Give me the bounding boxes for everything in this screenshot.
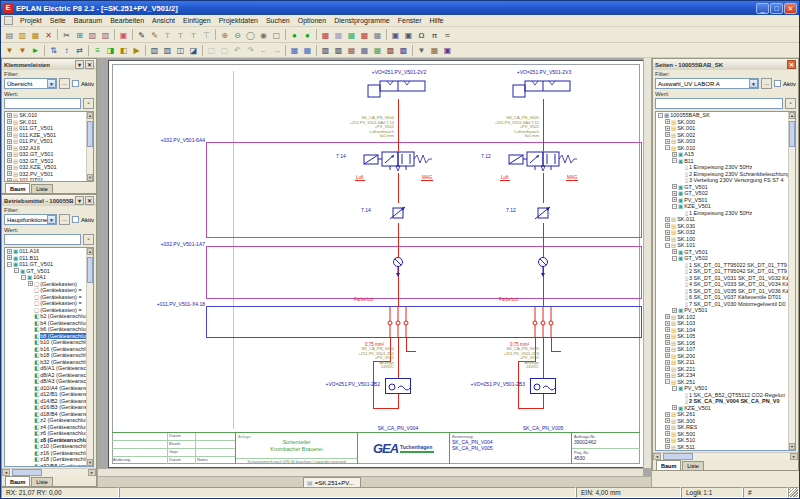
valve-symbol-5-2[interactable] (361, 151, 435, 173)
menu-bauraum[interactable]: Bauraum (70, 17, 106, 24)
expander-icon[interactable]: − (7, 262, 12, 267)
expander-icon[interactable]: + (665, 334, 670, 339)
expander-icon[interactable]: + (665, 366, 670, 371)
paste-icon[interactable]: ▨ (86, 29, 99, 41)
tree-item[interactable]: +▤SK.511 (656, 444, 795, 451)
close-icon[interactable]: ✕ (787, 60, 796, 69)
online-icon[interactable]: ● (288, 29, 301, 41)
macro-icon[interactable]: ▩ (319, 44, 332, 56)
schematic-sheet[interactable]: +VO=251.PV_V501-2V2 +VO=251.PV_V501-2V3 (108, 60, 644, 468)
wert-input[interactable] (4, 234, 81, 245)
chevron-down-icon[interactable]: ▼ (47, 79, 56, 88)
expander-icon[interactable]: + (665, 360, 670, 365)
indicator-lamp-symbol[interactable] (391, 256, 405, 280)
device-icon[interactable]: ▧ (148, 44, 161, 56)
cut-icon[interactable]: ✂ (60, 29, 73, 41)
vertical-scrollbar[interactable]: ▲▼ (788, 112, 795, 450)
regulator-symbol[interactable] (389, 203, 407, 223)
menu-hilfe[interactable]: Hilfe (426, 17, 448, 24)
filter-select[interactable]: Auswahl_UV LABOR A▼ (655, 78, 759, 89)
project-management-icon[interactable]: ▦ (29, 29, 42, 41)
expander-icon[interactable]: + (7, 139, 12, 144)
graphic-icon[interactable]: ✎ (148, 29, 161, 41)
minimize-button[interactable]: _ (756, 3, 769, 14)
expander-icon[interactable]: + (665, 431, 670, 436)
play-icon[interactable]: ▶ (130, 44, 143, 56)
snap-icon[interactable]: ▦ (301, 44, 314, 56)
expander-icon[interactable]: + (665, 139, 670, 144)
expander-icon[interactable]: + (665, 126, 670, 131)
expander-icon[interactable]: + (665, 223, 670, 228)
text-icon[interactable]: T (161, 29, 174, 41)
betriebsmittel-tree[interactable]: +▣011.A16+▣011.B11−▣011.GT_V501−▣GT_V501… (4, 247, 94, 467)
vertical-scrollbar[interactable]: ▲▼ (86, 112, 93, 181)
expander-icon[interactable]: + (672, 249, 677, 254)
expander-icon[interactable]: + (7, 165, 12, 170)
expander-icon[interactable]: + (7, 249, 12, 254)
expander-icon[interactable]: − (21, 275, 26, 280)
klemmen-tree[interactable]: +▤SK.010+▤SK.011+▤011.GT_V501+▤011.KZE_V… (4, 111, 94, 182)
page-next-icon[interactable]: ▦ (332, 29, 345, 41)
macro2-icon[interactable]: ▩ (332, 44, 345, 56)
go-to-icon[interactable]: ► (29, 44, 42, 56)
window2-icon[interactable]: ▣ (402, 29, 415, 41)
expander-icon[interactable]: − (672, 158, 677, 163)
expander-icon[interactable]: − (658, 113, 663, 118)
expander-icon[interactable]: − (665, 379, 670, 384)
wert-clear-button[interactable]: ▫ (83, 234, 94, 245)
expander-icon[interactable]: + (672, 197, 677, 202)
expander-icon[interactable]: + (665, 236, 670, 241)
forward-icon[interactable]: → (270, 44, 283, 56)
pin-icon[interactable]: ▾ (75, 196, 84, 205)
expander-icon[interactable]: + (7, 158, 12, 163)
expander-icon[interactable]: + (7, 113, 12, 118)
expander-icon[interactable]: + (672, 191, 677, 196)
cylinder-symbol[interactable] (367, 79, 429, 99)
dropdown-icon[interactable]: ▼ (415, 44, 428, 56)
close-button[interactable]: ✕ (784, 3, 797, 14)
expander-icon[interactable]: + (665, 438, 670, 443)
pin-icon[interactable]: ▾ (75, 60, 84, 69)
approx-icon[interactable]: ≈ (441, 29, 454, 41)
expander-icon[interactable]: + (665, 347, 670, 352)
expander-icon[interactable]: + (672, 405, 677, 410)
tab-baum[interactable]: Baum (5, 476, 30, 486)
expander-icon[interactable]: + (7, 152, 12, 157)
expander-icon[interactable]: + (665, 353, 670, 358)
terminal-strip[interactable] (386, 307, 410, 337)
actuator-symbol[interactable] (385, 378, 411, 394)
canvas-vertical-scrollbar[interactable] (643, 58, 651, 468)
indicator-lamp-symbol[interactable] (536, 256, 550, 280)
drawing-canvas[interactable]: +VO=251.PV_V501-2V2 +VO=251.PV_V501-2V3 (98, 58, 651, 476)
move-icon[interactable]: ↕ (60, 44, 73, 56)
navigator2-icon[interactable]: ▼ (16, 44, 29, 56)
structure-box-1A7[interactable] (206, 246, 642, 299)
insert-icon[interactable]: ▢ (205, 44, 218, 56)
back-icon[interactable]: ← (257, 44, 270, 56)
terminal-icon[interactable]: ▨ (161, 44, 174, 56)
box2-icon[interactable]: ▦ (358, 44, 371, 56)
offline-icon[interactable]: ● (301, 29, 314, 41)
new-project-icon[interactable]: ▤ (3, 29, 16, 41)
expander-icon[interactable]: − (665, 243, 670, 248)
expander-icon[interactable]: + (665, 340, 670, 345)
menu-projekt[interactable]: Projekt (16, 17, 46, 24)
sort-icon[interactable]: ⇅ (47, 44, 60, 56)
filter-browse-button[interactable]: ... (761, 78, 772, 89)
horizontal-scrollbar[interactable]: ◄► (653, 452, 798, 460)
print-icon[interactable]: ▣ (117, 29, 130, 41)
omega-icon[interactable]: Ω (415, 29, 428, 41)
pan-icon[interactable]: ▢ (270, 29, 283, 41)
expander-icon[interactable]: + (665, 418, 670, 423)
split-icon[interactable]: ◨ (104, 44, 117, 56)
swap-icon[interactable]: ⇄ (73, 44, 86, 56)
expander-icon[interactable]: + (7, 119, 12, 124)
edit-icon[interactable]: ✎ (135, 29, 148, 41)
wert-input[interactable] (4, 98, 81, 109)
expander-icon[interactable]: + (665, 132, 670, 137)
expander-icon[interactable]: + (28, 281, 33, 286)
expander-icon[interactable]: + (665, 230, 670, 235)
mdi-child-icon[interactable] (4, 16, 13, 25)
box3-icon[interactable]: ▦ (371, 44, 384, 56)
copy-icon[interactable]: ⊞ (73, 29, 86, 41)
